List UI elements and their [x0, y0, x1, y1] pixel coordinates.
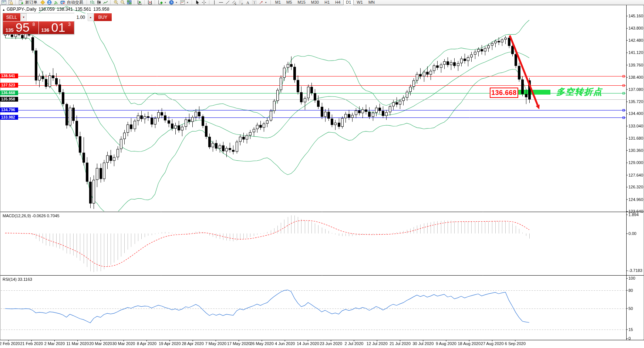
timeframe-mn[interactable]: MN — [366, 0, 377, 5]
timeframe-m15[interactable]: M15 — [295, 0, 307, 5]
horizontal-line-icon[interactable] — [218, 0, 224, 5]
sell-price-big: 95 — [16, 21, 30, 34]
quote-open: 138.059 — [38, 7, 54, 12]
price-callout-136668[interactable]: 136.668 — [490, 88, 518, 98]
buy-price-big: 01 — [51, 21, 65, 34]
axis-tick-label: 143.800 — [628, 26, 643, 30]
quote-high: 138.341 — [57, 7, 73, 12]
date-axis-label: 27 Aug 2020 — [481, 341, 504, 346]
buy-price-display[interactable]: 136 01 3 — [39, 21, 74, 34]
fibonacci-icon[interactable]: F — [238, 0, 244, 5]
new-order-icon[interactable] — [18, 0, 24, 5]
cursor-icon[interactable] — [195, 0, 200, 5]
axis-tick-label: 138.400 — [628, 75, 643, 79]
date-axis-label: 12 Jul 2020 — [367, 341, 388, 346]
auto-scroll-icon[interactable] — [137, 0, 142, 5]
zoom-out-icon[interactable] — [120, 0, 125, 5]
tile-windows-icon[interactable] — [127, 0, 132, 5]
axis-tick-label: 145.160 — [628, 14, 643, 18]
text-icon[interactable]: A — [245, 0, 250, 5]
data-window-icon[interactable] — [8, 0, 13, 5]
vertical-line-icon[interactable] — [212, 0, 217, 5]
text-label-icon[interactable]: T — [252, 0, 257, 5]
sell-price-pip: 8 — [33, 22, 35, 27]
indicators-add-icon[interactable] — [158, 0, 163, 5]
axis-tick-label: 1.894 — [628, 212, 639, 217]
quote-low: 135.561 — [75, 7, 91, 12]
timeframe-m1[interactable]: M1 — [273, 0, 283, 5]
zoom-in-icon[interactable] — [113, 0, 119, 5]
axis-tick-label: 80 — [628, 288, 633, 293]
volume-decrease-button[interactable]: ▼ — [21, 13, 27, 21]
sell-button[interactable]: SELL — [3, 13, 20, 21]
symbol-period-label: GBPJPY-,Daily — [7, 7, 36, 12]
timeframe-d1[interactable]: D1 — [344, 0, 353, 5]
axis-tick-label: 141.120 — [628, 50, 643, 55]
volume-input[interactable] — [27, 13, 87, 21]
price-tag: 133.982 — [0, 115, 18, 120]
quote-close: 135.958 — [93, 7, 109, 12]
buy-price-prefix: 136 — [41, 27, 50, 33]
date-axis-label: 2 Jul 2020 — [345, 341, 364, 346]
line-chart-icon[interactable] — [103, 0, 108, 5]
date-axis-label: 6 Sep 2020 — [505, 341, 526, 346]
templates-icon[interactable] — [180, 0, 185, 5]
quote-bar: ▲GBPJPY-,Daily138.059138.341135.561135.9… — [2, 7, 112, 12]
periods-icon[interactable] — [169, 0, 174, 5]
autotrading-icon[interactable] — [60, 0, 65, 5]
axis-tick-label: 137.080 — [628, 87, 643, 92]
volume-increase-button[interactable]: ▲ — [88, 13, 94, 21]
indicators-caret-icon[interactable]: ▼ — [164, 1, 166, 4]
date-axis-label: 7 May 2020 — [205, 341, 226, 346]
periods-caret-icon[interactable]: ▼ — [175, 1, 178, 4]
timeframe-h4[interactable]: H4 — [333, 0, 343, 5]
date-axis-label: 20 Mar 2020 — [89, 341, 112, 346]
price-tag: 138.541 — [0, 74, 18, 78]
arrows-icon[interactable] — [258, 0, 264, 5]
templates-caret-icon[interactable]: ▼ — [186, 1, 189, 4]
timeframe-w1[interactable]: W1 — [354, 0, 365, 5]
metaeditor-icon[interactable] — [40, 0, 45, 5]
svg-text:A: A — [246, 0, 249, 5]
date-axis-label: 21 Feb 2020 — [20, 341, 43, 346]
timeframe-m30[interactable]: M30 — [309, 0, 321, 5]
rsi-label: RSI(14) 33.1163 — [3, 277, 32, 282]
macd-label: MACD(12,26,9) -0.0626 0.7045 — [3, 214, 60, 218]
equidistant-channel-icon[interactable]: E — [232, 0, 237, 5]
trendline-icon[interactable] — [225, 0, 230, 5]
bar-chart-icon[interactable] — [90, 0, 95, 5]
buy-button[interactable]: BUY — [94, 13, 112, 21]
axis-tick-label: 131.680 — [628, 136, 643, 140]
axis-tick-label: 135.720 — [628, 99, 643, 104]
axis-tick-label: -3.7183 — [628, 268, 642, 273]
axis-tick-label: 126.320 — [628, 185, 643, 189]
arrows-caret-icon[interactable]: ▼ — [265, 1, 267, 4]
new-order-button[interactable]: 新订单 — [25, 0, 37, 5]
svg-text:F: F — [242, 3, 243, 5]
date-axis-label: 17 May 2020 — [227, 341, 251, 346]
chart-shift-icon[interactable] — [147, 0, 153, 5]
crosshair-icon[interactable] — [201, 0, 207, 5]
candlestick-chart-icon[interactable] — [96, 0, 102, 5]
timeframe-m5[interactable]: M5 — [284, 0, 294, 5]
one-click-trading-panel: SELL ▼ ▲ BUY 135 95 8 136 01 3 — [3, 13, 74, 34]
timeframe-h1[interactable]: H1 — [322, 0, 332, 5]
chart-window-icon[interactable] — [1, 0, 7, 5]
mt4-window: 新订单 自动交易 ▼ ▼ ▼ E F A T ▼ M1 M5 M15 M30 H… — [0, 0, 644, 348]
date-axis-label: 30 Jul 2020 — [412, 341, 434, 346]
date-axis-label: 14 Jun 2020 — [297, 341, 319, 346]
sell-price-display[interactable]: 135 95 8 — [3, 21, 38, 34]
axis-tick-label: 124.960 — [628, 197, 643, 202]
axis-tick-label: 127.640 — [628, 173, 643, 177]
date-axis-label: 12 Feb 2020 — [0, 341, 20, 346]
turning-point-annotation[interactable]: 多空转折点 — [556, 86, 603, 98]
signals-icon[interactable] — [53, 0, 59, 5]
date-axis-label: 11 Mar 2020 — [66, 341, 89, 346]
date-axis-label: 28 Apr 2020 — [182, 341, 203, 346]
collapse-panel-icon[interactable]: ▲ — [2, 8, 5, 11]
buy-price-pip: 3 — [68, 22, 71, 27]
chart-canvas[interactable] — [0, 0, 644, 348]
autotrading-button[interactable]: 自动交易 — [67, 0, 83, 5]
svg-text:T: T — [253, 1, 256, 4]
community-icon[interactable] — [47, 0, 52, 5]
